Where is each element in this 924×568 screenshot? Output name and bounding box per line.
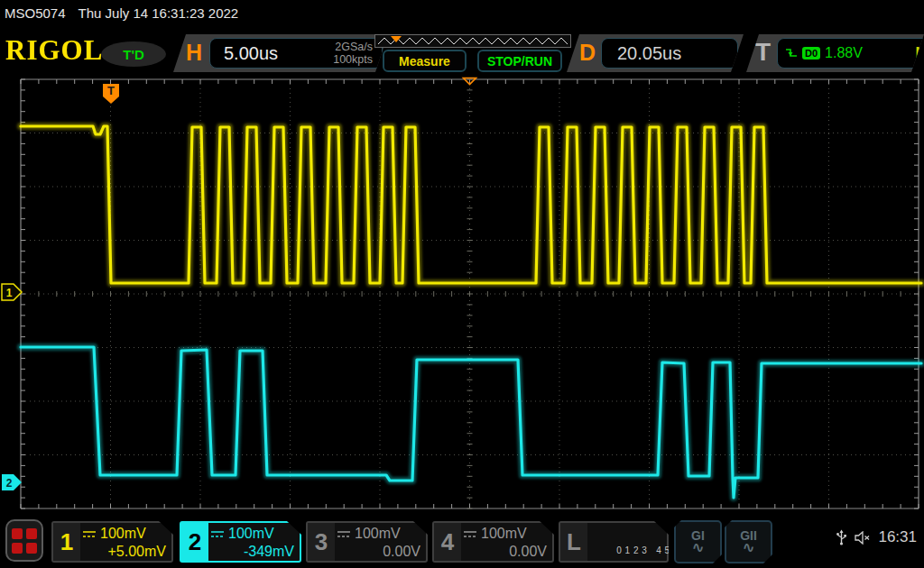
memory-position-bar[interactable] (374, 34, 571, 48)
channel-1-box[interactable]: 1 100mV +5.00mV (51, 521, 173, 563)
stop-run-label: STOP/RUN (487, 54, 552, 69)
channel-3-offset: 0.00V (337, 543, 420, 561)
channel-4-box[interactable]: 4 100mV 0.00V (432, 521, 554, 563)
sample-rate: 2GSa/s (335, 41, 373, 53)
channel-1-trace (21, 126, 921, 283)
channel-3-box[interactable]: 3 100mV 0.00V (306, 521, 428, 563)
toolbar: RIGOL T'D H 5.00us 2GSa/s 100kpts Measur… (0, 27, 924, 74)
channel-bar: 1 100mV +5.00mV 2 (0, 516, 924, 568)
horizontal-label: H (186, 40, 202, 66)
status-icons: 16:31 (836, 528, 917, 546)
channel-3-scale: 100mV (355, 525, 401, 543)
usb-icon (836, 529, 847, 545)
rigol-logo: RIGOL (5, 33, 103, 68)
waveform-gen1-button[interactable]: GI ∿ (674, 520, 722, 563)
trigger-flag-label: T (107, 84, 115, 97)
menu-icon (12, 528, 23, 539)
memory-waveform-icon (378, 38, 568, 44)
ch1-marker-label: 1 (6, 287, 13, 299)
measure-button[interactable]: Measure (383, 50, 467, 72)
dc-coupling-icon (210, 529, 225, 538)
ch2-marker-label: 2 (6, 477, 13, 490)
channel-4-number: 4 (434, 523, 461, 561)
channel-2-scale: 100mV (228, 525, 274, 543)
channel-2-number: 2 (181, 523, 208, 561)
trigger-source-badge: D0 (802, 47, 820, 60)
channel-1-offset: +5.00mV (82, 543, 166, 561)
speaker-muted-icon (855, 531, 871, 545)
channel-3-number: 3 (308, 523, 335, 561)
oscilloscope-screen: T 1 2 MSO5074Thu July 14 16:31:23 2022 R… (0, 0, 924, 568)
delay-label: D (579, 40, 596, 66)
horizontal-inner-box: 5.00us 2GSa/s 100kpts (209, 38, 383, 69)
dc-coupling-icon (337, 529, 351, 538)
trigger-level-value: 1.88V (825, 45, 863, 61)
sine-wave-icon: ∿ (691, 542, 704, 554)
channel-4-offset: 0.00V (463, 543, 547, 561)
channel-4-scale: 100mV (481, 525, 527, 543)
trigger-label: T (755, 38, 771, 67)
delay-inner-box: 20.05us (601, 38, 738, 69)
trigger-settings-block[interactable]: T D0 1.88V N (746, 34, 924, 72)
measure-label: Measure (399, 54, 450, 69)
menu-button[interactable] (5, 519, 43, 562)
dc-coupling-icon (82, 529, 97, 538)
datetime-label: Thu July 14 16:31:23 2022 (79, 5, 239, 21)
falling-edge-icon (785, 48, 798, 59)
channel-1-scale: 100mV (100, 525, 146, 543)
trigger-mode-indicator: N (915, 45, 924, 61)
logic-analyzer-label: L (560, 523, 587, 561)
channel-2-offset: -349mV (210, 543, 294, 561)
timebase-value: 5.00us (224, 43, 278, 64)
trigger-status-indicator: T'D (101, 41, 166, 67)
acquisition-info: 2GSa/s 100kpts (333, 41, 373, 67)
memory-depth: 100kpts (333, 53, 373, 66)
dc-coupling-icon (463, 529, 477, 538)
trigger-inner-box: D0 1.88V N (777, 38, 924, 69)
clock-label: 16:31 (878, 528, 917, 546)
memory-position-marker (391, 36, 402, 42)
graticule-grid (21, 79, 919, 508)
channel-1-trace (21, 126, 921, 283)
channel-1-number: 1 (53, 523, 80, 561)
waveform-gen2-button[interactable]: GII ∿ (725, 520, 772, 563)
delay-value: 20.05us (617, 43, 681, 64)
model-label: MSO5074 (5, 5, 66, 21)
delay-settings-block[interactable]: D 20.05us (567, 34, 744, 72)
waveform-display[interactable]: T 1 2 (0, 0, 924, 568)
sine-wave-icon: ∿ (742, 542, 754, 554)
status-line: MSO5074Thu July 14 16:31:23 2022 (5, 5, 238, 21)
logic-analyzer-box[interactable]: L 0 1 2 3 4 5 6 7 8 9 1011 12131415 (559, 521, 669, 563)
stop-run-button[interactable]: STOP/RUN (477, 50, 562, 72)
channel-2-box[interactable]: 2 100mV -349mV (180, 521, 301, 563)
horizontal-settings-block[interactable]: H 5.00us 2GSa/s 100kpts (173, 34, 388, 72)
